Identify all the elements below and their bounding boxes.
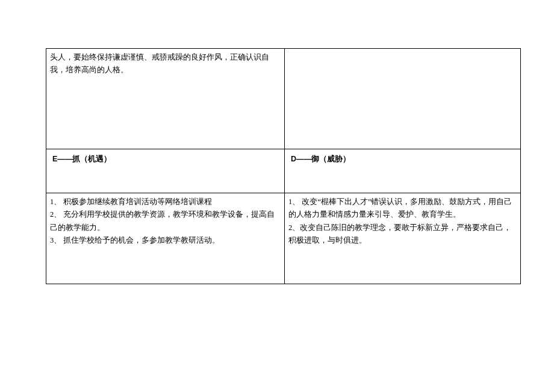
list-item: 2、改变自己陈旧的教学理念，要敢于标新立异，严格要求自己，积极进取，与时俱进。 [288, 222, 517, 247]
cell-top-right [285, 49, 520, 149]
header-e: E——抓（机遇） [46, 149, 285, 193]
cell-e-content: 1、 积极参加继续教育培训活动等网络培训课程 2、 充分利用学校提供的教学资源，… [46, 193, 285, 284]
cell-text: 头人，要始终保持谦虚谨慎、戒骄戒躁的良好作风，正确认识自我，培养高尚的人格。 [50, 53, 269, 74]
list-item: 1、 积极参加继续教育培训活动等网络培训课程 [50, 196, 281, 208]
cell-d-content: 1、 改变“棍棒下出人才”错误认识，多用激励、鼓励方式，用自己的人格力量和情感力… [285, 193, 520, 284]
header-label: D——御（威胁） [291, 155, 350, 163]
header-d: D——御（威胁） [285, 149, 520, 193]
cell-top-left: 头人，要始终保持谦虚谨慎、戒骄戒躁的良好作风，正确认识自我，培养高尚的人格。 [46, 49, 285, 149]
header-label: E——抓（机遇） [52, 155, 111, 163]
table-row: 1、 积极参加继续教育培训活动等网络培训课程 2、 充分利用学校提供的教学资源，… [46, 193, 520, 284]
list-item: 2、 充分利用学校提供的教学资源，教学环境和教学设备，提高自己的教学能力。 [50, 208, 281, 234]
table-row: E——抓（机遇） D——御（威胁） [46, 149, 520, 193]
list-item: 1、 改变“棍棒下出人才”错误认识，多用激励、鼓励方式，用自己的人格力量和情感力… [288, 196, 517, 222]
swot-table: 头人，要始终保持谦虚谨慎、戒骄戒躁的良好作风，正确认识自我，培养高尚的人格。 E… [46, 48, 521, 284]
table-row: 头人，要始终保持谦虚谨慎、戒骄戒躁的良好作风，正确认识自我，培养高尚的人格。 [46, 49, 520, 149]
list-item: 3、 抓住学校给予的机会，多参加教学教研活动。 [50, 234, 281, 247]
